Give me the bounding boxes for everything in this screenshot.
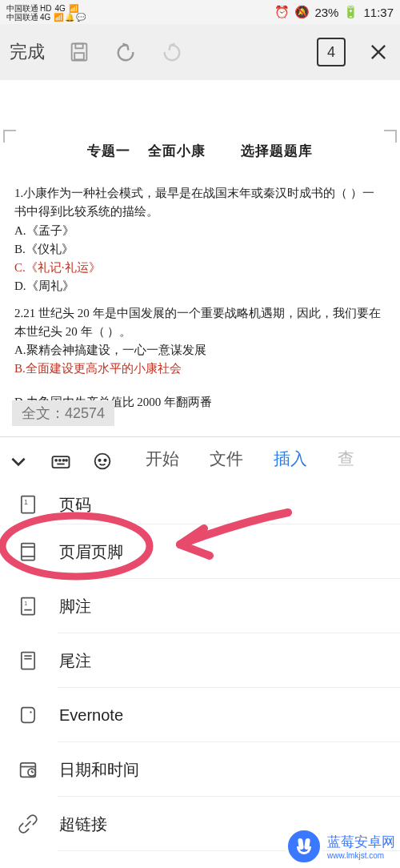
tab-start[interactable]: 开始 <box>146 448 179 475</box>
insert-row-endnote[interactable]: 尾注 <box>0 633 400 688</box>
watermark-text: 蓝莓安卓网 <box>327 833 395 851</box>
page-corner-tr <box>384 130 397 143</box>
insert-row-header-footer[interactable]: 页眉页脚 <box>0 524 400 579</box>
insert-menu: 1 页码 页眉页脚 1 脚注 尾注 Evernote 日期和时间 <box>0 484 400 851</box>
document-area[interactable]: 专题一全面小康选择题题库 1.小康作为一种社会模式，最早是在战国末年或秦汉时成书… <box>0 80 400 436</box>
q2-stem: 2.21 世纪头 20 年是中国发展的一个重要战略机遇期，因此，我们要在本世纪头… <box>14 304 386 342</box>
insert-label-endnote: 尾注 <box>59 650 91 672</box>
bell-icon: 🔔 <box>65 13 74 22</box>
watermark: 蓝莓安卓网 www.lmkjst.com <box>286 828 395 865</box>
insert-label-hyperlink: 超链接 <box>59 814 107 835</box>
svg-point-5 <box>59 459 61 460</box>
done-button[interactable]: 完成 <box>10 40 45 64</box>
svg-point-6 <box>63 459 65 460</box>
battery-icon: 🔋 <box>343 5 358 19</box>
evernote-icon <box>14 701 42 729</box>
signal-icon-1: 📶 <box>69 4 78 13</box>
watermark-url: www.lmkjst.com <box>327 851 395 860</box>
title-part-3: 选择题题库 <box>241 143 313 159</box>
insert-row-evernote[interactable]: Evernote <box>0 688 400 742</box>
tab-insert[interactable]: 插入 <box>274 448 307 475</box>
chat-icon: 💬 <box>76 13 86 22</box>
page-count-value: 4 <box>327 44 335 61</box>
q2-option-b: B.全面建设更高水平的小康社会 <box>14 360 386 378</box>
insert-label-header-footer: 页眉页脚 <box>59 541 123 563</box>
carrier-label-2: 中国联通 <box>6 13 38 22</box>
header-footer-icon <box>14 538 42 565</box>
svg-point-9 <box>98 459 100 460</box>
page-corner-tl <box>3 130 16 143</box>
keyboard-icon[interactable] <box>50 450 72 472</box>
undo-icon[interactable] <box>114 40 138 64</box>
endnote-icon <box>14 647 42 674</box>
tab-file[interactable]: 文件 <box>210 448 243 475</box>
insert-label-page-number: 页码 <box>59 494 91 516</box>
svg-point-8 <box>95 453 110 468</box>
redo-icon[interactable] <box>160 40 184 64</box>
status-left: 中国联通 HD 4G 📶 中国联通 4G 📶 🔔 💬 <box>6 2 86 22</box>
title-part-1: 专题一 <box>87 143 130 159</box>
svg-point-22 <box>30 711 31 713</box>
document-title: 专题一全面小康选择题题库 <box>14 140 386 162</box>
svg-rect-2 <box>74 53 84 59</box>
svg-rect-11 <box>22 496 34 513</box>
insert-row-datetime[interactable]: 日期和时间 <box>0 742 400 797</box>
status-right: ⏰ 🔕 23% 🔋 11:37 <box>274 5 394 19</box>
alarm-icon: ⏰ <box>274 5 290 19</box>
q1-option-b: B.《仪礼》 <box>14 240 386 259</box>
hyperlink-icon <box>14 810 42 838</box>
assistant-icon[interactable] <box>91 450 114 472</box>
svg-rect-1 <box>75 44 82 49</box>
battery-percent: 23% <box>314 6 338 19</box>
insert-label-evernote: Evernote <box>59 706 123 725</box>
insert-label-footnote: 脚注 <box>59 596 91 617</box>
net-mode-2: 4G <box>40 13 50 22</box>
tab-more[interactable]: 查 <box>338 448 354 475</box>
bottom-sheet-tabs: 开始 文件 插入 查 <box>0 436 400 484</box>
app-toolbar: 完成 4 <box>0 24 400 80</box>
q1-stem: 1.小康作为一种社会模式，最早是在战国末年或秦汉时成书的（ ）一书中得到比较系统… <box>14 184 386 222</box>
svg-text:1: 1 <box>24 499 28 506</box>
q1-option-a: A.《孟子》 <box>14 222 386 240</box>
watermark-badge-icon <box>286 828 322 865</box>
collapse-sheet-icon[interactable] <box>6 449 30 473</box>
q1-option-c: C.《礼记·礼运》 <box>14 259 386 277</box>
page-count-box[interactable]: 4 <box>317 38 346 66</box>
signal-icon-2: 📶 <box>54 13 63 22</box>
q2-option-a: A.聚精会神搞建设，一心一意谋发展 <box>14 341 386 360</box>
svg-rect-3 <box>53 456 70 468</box>
datetime-icon <box>14 756 42 783</box>
word-count-pill: 全文：42574 <box>12 400 114 426</box>
svg-point-4 <box>55 459 57 460</box>
title-part-2: 全面小康 <box>148 143 206 159</box>
close-icon[interactable] <box>366 40 390 64</box>
net-mode-1: 4G <box>54 4 65 13</box>
save-icon[interactable] <box>67 40 91 64</box>
svg-rect-13 <box>22 544 34 561</box>
insert-row-footnote[interactable]: 1 脚注 <box>0 579 400 633</box>
insert-label-datetime: 日期和时间 <box>59 759 139 781</box>
footnote-icon: 1 <box>14 593 42 620</box>
page-number-icon: 1 <box>14 491 42 518</box>
insert-row-page-number[interactable]: 1 页码 <box>0 484 400 524</box>
status-bar: 中国联通 HD 4G 📶 中国联通 4G 📶 🔔 💬 ⏰ 🔕 23% 🔋 11:… <box>0 0 400 24</box>
svg-rect-19 <box>22 653 34 669</box>
mute-icon: 🔕 <box>294 5 310 19</box>
svg-text:1: 1 <box>24 601 27 606</box>
clock-time: 11:37 <box>363 6 394 19</box>
svg-rect-16 <box>22 598 34 615</box>
q1-option-d: D.《周礼》 <box>14 277 386 295</box>
svg-point-10 <box>104 459 106 460</box>
svg-point-7 <box>66 459 67 460</box>
hd-label: HD <box>40 4 51 13</box>
carrier-label-1: 中国联通 <box>6 4 38 13</box>
